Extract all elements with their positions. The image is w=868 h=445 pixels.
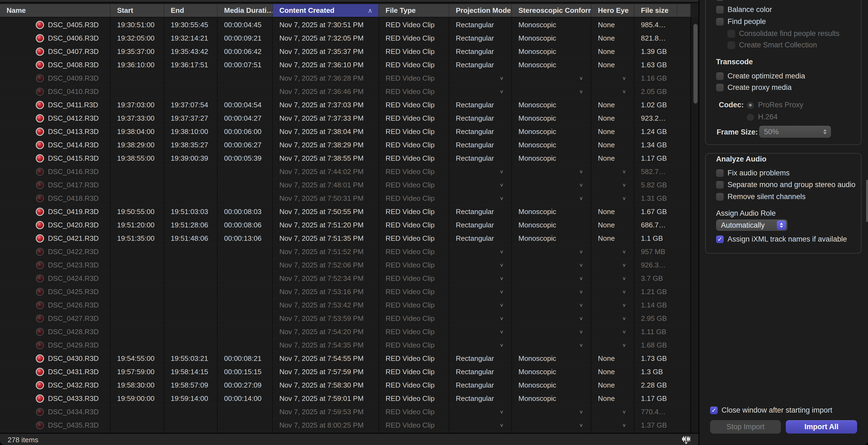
dropdown-chevron-icon[interactable]: ∨ — [500, 273, 504, 284]
table-scrollbar-thumb[interactable] — [693, 24, 698, 103]
dropdown-chevron-icon[interactable]: ∨ — [500, 246, 504, 257]
table-scrollbar-track[interactable] — [691, 18, 699, 433]
panel-scrollbar-thumb[interactable] — [866, 180, 868, 222]
table-row[interactable]: DSC_0424.R3DNov 7, 2025 at 7:52:34 PMRED… — [0, 272, 691, 285]
find-people-checkbox[interactable] — [716, 18, 724, 26]
ixml-checkbox[interactable]: ✓ — [716, 236, 724, 243]
column-header-file-size[interactable]: File size — [634, 4, 677, 17]
column-header-hero-eye[interactable]: Hero Eye — [591, 4, 634, 17]
option-balance-color[interactable]: Balance color — [716, 5, 772, 14]
table-row[interactable]: DSC_0408.R3D19:36:10:0019:36:17:5100:00:… — [0, 58, 691, 71]
dropdown-chevron-icon[interactable]: ∨ — [622, 339, 626, 351]
table-row[interactable]: DSC_0422.R3DNov 7, 2025 at 7:51:52 PMRED… — [0, 245, 691, 259]
table-row[interactable]: DSC_0426.R3DNov 7, 2025 at 7:53:42 PMRED… — [0, 298, 691, 312]
column-header-stereoscopic-conform[interactable]: Stereoscopic Conform — [512, 4, 591, 17]
dropdown-chevron-icon[interactable]: ∨ — [622, 300, 626, 311]
dropdown-chevron-icon[interactable]: ∨ — [500, 286, 504, 297]
table-row[interactable]: DSC_0407.R3D19:35:37:0019:35:43:4200:00:… — [0, 45, 691, 58]
dropdown-chevron-icon[interactable]: ∨ — [622, 73, 626, 84]
dropdown-chevron-icon[interactable]: ∨ — [579, 86, 583, 97]
dropdown-chevron-icon[interactable]: ∨ — [579, 166, 583, 177]
table-row[interactable]: DSC_0430.R3D19:54:55:0019:55:03:2100:00:… — [0, 352, 691, 365]
dropdown-chevron-icon[interactable]: ∨ — [579, 406, 583, 417]
table-row[interactable]: DSC_0435.R3DNov 7, 2025 at 8:00:25 PMRED… — [0, 419, 691, 432]
dropdown-chevron-icon[interactable]: ∨ — [500, 166, 504, 177]
option-create-proxy[interactable]: Create proxy media — [716, 83, 792, 92]
table-row[interactable]: DSC_0413.R3D19:38:04:0019:38:10:0000:00:… — [0, 125, 691, 138]
audio-role-dropdown[interactable]: Automatically — [716, 219, 787, 231]
option-close-window[interactable]: ✓ Close window after starting import — [710, 406, 832, 415]
option-fix-audio[interactable]: Fix audio problems — [716, 169, 789, 177]
clipped-checkbox[interactable] — [716, 0, 724, 1]
dropdown-chevron-icon[interactable]: ∨ — [622, 166, 626, 177]
dropdown-chevron-icon[interactable]: ∨ — [622, 420, 626, 431]
table-row[interactable]: DSC_0417.R3DNov 7, 2025 at 7:48:01 PMRED… — [0, 178, 691, 192]
dropdown-chevron-icon[interactable]: ∨ — [579, 420, 583, 431]
table-row[interactable]: DSC_0415.R3D19:38:55:0019:39:00:3900:00:… — [0, 152, 691, 165]
table-row[interactable]: DSC_0416.R3DNov 7, 2025 at 7:44:02 PMRED… — [0, 165, 691, 178]
dropdown-chevron-icon[interactable]: ∨ — [579, 73, 583, 84]
dropdown-chevron-icon[interactable]: ∨ — [500, 406, 504, 417]
dropdown-chevron-icon[interactable]: ∨ — [579, 339, 583, 351]
dropdown-chevron-icon[interactable]: ∨ — [500, 260, 504, 271]
fix-audio-checkbox[interactable] — [716, 169, 724, 177]
table-row[interactable]: DSC_0412.R3D19:37:33:0019:37:37:2700:00:… — [0, 112, 691, 125]
dropdown-chevron-icon[interactable]: ∨ — [622, 313, 626, 324]
dropdown-chevron-icon[interactable]: ∨ — [500, 313, 504, 324]
dropdown-chevron-icon[interactable]: ∨ — [622, 273, 626, 284]
table-row[interactable]: DSC_0414.R3D19:38:29:0019:38:35:2700:00:… — [0, 138, 691, 152]
dropdown-chevron-icon[interactable]: ∨ — [579, 313, 583, 324]
column-header-file-type[interactable]: File Type — [379, 4, 449, 17]
dropdown-chevron-icon[interactable]: ∨ — [622, 179, 626, 190]
clip-appearance-icon[interactable] — [682, 436, 690, 442]
dropdown-chevron-icon[interactable]: ∨ — [579, 300, 583, 311]
dropdown-chevron-icon[interactable]: ∨ — [579, 179, 583, 190]
dropdown-chevron-icon[interactable]: ∨ — [622, 260, 626, 271]
dropdown-chevron-icon[interactable]: ∨ — [579, 193, 583, 204]
import-all-button[interactable]: Import All — [786, 420, 857, 434]
table-row[interactable]: DSC_0411.R3D19:37:03:0019:37:07:5400:00:… — [0, 98, 691, 112]
dropdown-chevron-icon[interactable]: ∨ — [622, 193, 626, 204]
balance-color-checkbox[interactable] — [716, 6, 724, 13]
dropdown-chevron-icon[interactable]: ∨ — [579, 273, 583, 284]
dropdown-chevron-icon[interactable]: ∨ — [500, 339, 504, 351]
table-row[interactable]: DSC_0429.R3DNov 7, 2025 at 7:54:35 PMRED… — [0, 338, 691, 352]
column-header-media-durati-[interactable]: Media Durati… — [218, 4, 273, 17]
table-row[interactable]: DSC_0433.R3D19:59:00:0019:59:14:0000:00:… — [0, 392, 691, 405]
option-ixml[interactable]: ✓ Assign iXML track names if available — [716, 235, 847, 243]
table-row[interactable]: DSC_0428.R3DNov 7, 2025 at 7:54:20 PMRED… — [0, 325, 691, 338]
table-row[interactable]: DSC_0432.R3D19:58:30:0019:58:57:0900:00:… — [0, 379, 691, 392]
table-row[interactable]: DSC_0431.R3D19:57:59:0019:58:14:1500:00:… — [0, 365, 691, 379]
dropdown-chevron-icon[interactable]: ∨ — [500, 193, 504, 204]
table-row[interactable]: DSC_0405.R3D19:30:51:0019:30:55:4500:00:… — [0, 18, 691, 32]
table-row[interactable]: DSC_0425.R3DNov 7, 2025 at 7:53:16 PMRED… — [0, 285, 691, 298]
stop-import-button[interactable]: Stop Import — [710, 420, 781, 434]
table-row[interactable]: DSC_0423.R3DNov 7, 2025 at 7:52:06 PMRED… — [0, 259, 691, 272]
create-proxy-checkbox[interactable] — [716, 84, 724, 91]
dropdown-chevron-icon[interactable]: ∨ — [622, 246, 626, 257]
table-row[interactable]: DSC_0409.R3DNov 7, 2025 at 7:36:28 PMRED… — [0, 71, 691, 85]
dropdown-chevron-icon[interactable]: ∨ — [500, 86, 504, 97]
column-header-start[interactable]: Start — [111, 4, 164, 17]
separate-mono-checkbox[interactable] — [716, 181, 724, 189]
column-header-end[interactable]: End — [164, 4, 218, 17]
dropdown-chevron-icon[interactable]: ∨ — [622, 286, 626, 297]
dropdown-chevron-icon[interactable]: ∨ — [500, 179, 504, 190]
dropdown-chevron-icon[interactable]: ∨ — [500, 300, 504, 311]
option-create-optimized[interactable]: Create optimized media — [716, 72, 805, 80]
remove-silent-checkbox[interactable] — [716, 193, 724, 201]
table-row[interactable]: DSC_0410.R3DNov 7, 2025 at 7:36:46 PMRED… — [0, 85, 691, 98]
table-row[interactable]: DSC_0420.R3D19:51:20:0019:51:28:0600:00:… — [0, 218, 691, 232]
column-header-content-created[interactable]: Content Created∧ — [273, 4, 379, 17]
table-row[interactable]: DSC_0421.R3D19:51:35:0019:51:48:0600:00:… — [0, 232, 691, 245]
dropdown-chevron-icon[interactable]: ∨ — [579, 326, 583, 337]
dropdown-chevron-icon[interactable]: ∨ — [622, 326, 626, 337]
column-header-projection-mode[interactable]: Projection Mode — [449, 4, 512, 17]
option-separate-mono[interactable]: Separate mono and group stereo audio — [716, 181, 856, 189]
option-find-people[interactable]: Find people — [716, 18, 766, 26]
dropdown-chevron-icon[interactable]: ∨ — [500, 326, 504, 337]
column-header-name[interactable]: Name — [0, 4, 111, 17]
dropdown-chevron-icon[interactable]: ∨ — [622, 86, 626, 97]
option-remove-silent[interactable]: Remove silent channels — [716, 192, 806, 201]
table-row[interactable]: DSC_0434.R3DNov 7, 2025 at 7:59:53 PMRED… — [0, 405, 691, 419]
